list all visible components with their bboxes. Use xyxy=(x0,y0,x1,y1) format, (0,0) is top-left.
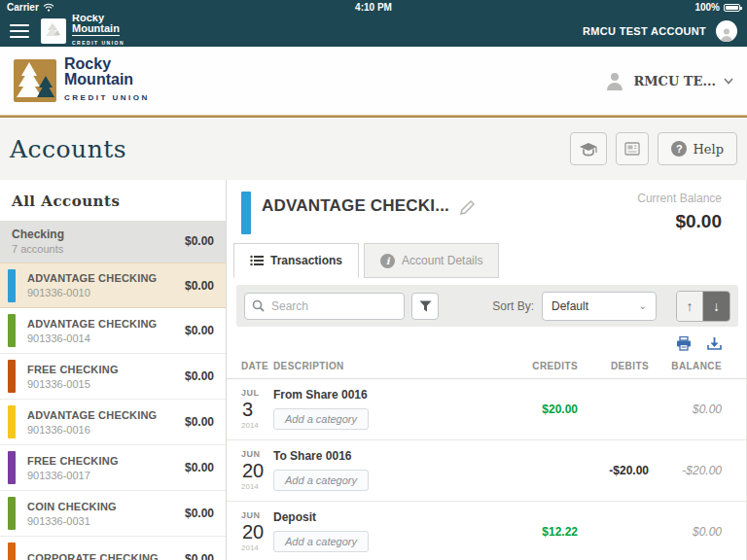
transaction-debit: -$20.00 xyxy=(578,464,649,477)
brand-logo-small[interactable] xyxy=(41,18,66,44)
tab-account-details-label: Account Details xyxy=(402,254,482,267)
top-nav: Rocky Mountain CREDIT UNION RMCU TEST AC… xyxy=(0,15,747,47)
current-balance-label: Current Balance xyxy=(637,192,722,205)
account-amount: $0.00 xyxy=(185,324,214,337)
sidebar-account-item[interactable]: ADVANTAGE CHECKING 901336-0016 $0.00 xyxy=(0,400,226,445)
current-balance-value: $0.00 xyxy=(637,211,722,232)
transaction-row[interactable]: JUN 20 2014 To Share 0016 Add a category… xyxy=(227,440,746,502)
col-header-date: DATE xyxy=(241,361,273,371)
status-bar: Carrier 4:10 PM 100% xyxy=(0,0,747,15)
sort-select[interactable]: Default ⌄ xyxy=(542,292,657,321)
group-amount: $0.00 xyxy=(185,234,214,248)
export-actions xyxy=(227,327,746,355)
account-color-bar xyxy=(8,405,16,438)
transaction-balance: $0.00 xyxy=(649,402,722,416)
banking-app: Carrier 4:10 PM 100% Rocky Mount xyxy=(0,0,747,560)
transaction-balance: $0.00 xyxy=(649,525,722,539)
sidebar-account-item[interactable]: COIN CHECKING 901336-0031 $0.00 xyxy=(0,491,226,537)
group-name: Checking xyxy=(12,228,64,241)
account-color-bar xyxy=(8,451,16,484)
education-button[interactable] xyxy=(570,132,607,165)
account-color-bar xyxy=(8,314,16,347)
search-icon xyxy=(252,299,265,312)
accounts-sidebar: All Accounts Checking 7 accounts $0.00 A… xyxy=(0,180,227,560)
account-name: ADVANTAGE CHECKING xyxy=(27,409,157,421)
transaction-row[interactable]: JUN 20 2014 Deposit Add a category $12.2… xyxy=(227,502,746,560)
col-header-balance: BALANCE xyxy=(649,361,722,371)
tab-transactions[interactable]: Transactions xyxy=(233,243,359,278)
account-number: 901336-0031 xyxy=(27,515,117,527)
account-group-header[interactable]: Checking 7 accounts $0.00 xyxy=(0,221,226,262)
account-amount: $0.00 xyxy=(185,415,214,429)
account-name: ADVANTAGE CHECKING xyxy=(27,272,157,284)
brand-logo[interactable]: Rocky Mountain CREDIT UNION xyxy=(14,56,150,106)
clock: 4:10 PM xyxy=(0,2,747,13)
print-icon[interactable] xyxy=(676,336,692,351)
sort-ascending-button[interactable]: ↑ xyxy=(677,292,703,321)
add-category-button[interactable]: Add a category xyxy=(273,408,369,430)
list-icon xyxy=(250,255,264,266)
sidebar-account-item[interactable]: ADVANTAGE CHECKING 901336-0010 $0.00 xyxy=(0,262,226,308)
account-color-bar xyxy=(241,192,251,234)
col-header-credits: CREDITS xyxy=(490,361,578,371)
page-title-bar: Accounts ? Help xyxy=(0,118,747,180)
tab-account-details[interactable]: i Account Details xyxy=(364,243,499,278)
account-title: ADVANTAGE CHECKI... xyxy=(262,196,449,216)
account-header: ADVANTAGE CHECKI... Current Balance $0.0… xyxy=(227,180,746,234)
account-color-bar xyxy=(8,497,16,530)
transactions-toolbar: Sort By: Default ⌄ ↑ ↓ xyxy=(236,285,738,327)
filter-button[interactable] xyxy=(411,293,439,320)
account-amount: $0.00 xyxy=(185,279,214,293)
account-amount: $0.00 xyxy=(185,461,214,474)
info-icon: i xyxy=(380,254,395,268)
account-name: ADVANTAGE CHECKING xyxy=(27,318,157,330)
transaction-row[interactable]: JUL 3 2014 From Share 0016 Add a categor… xyxy=(227,379,746,440)
hamburger-menu-icon[interactable] xyxy=(10,24,29,38)
tab-bar: Transactions i Account Details xyxy=(233,243,746,278)
sidebar-account-item[interactable]: CORPORATE CHECKING $0.00 xyxy=(0,537,226,560)
account-number: 901336-0016 xyxy=(27,424,157,436)
account-amount: $0.00 xyxy=(185,552,214,560)
sort-descending-button[interactable]: ↓ xyxy=(703,292,729,321)
account-name: FREE CHECKING xyxy=(27,455,119,467)
pine-tree-logo-icon xyxy=(14,59,56,102)
battery-icon xyxy=(724,4,740,12)
sidebar-account-item[interactable]: FREE CHECKING 901336-0015 $0.00 xyxy=(0,354,226,400)
account-color-bar xyxy=(8,542,16,560)
avatar[interactable] xyxy=(716,20,737,42)
transaction-date: JUN 20 2014 xyxy=(241,511,273,552)
account-amount: $0.00 xyxy=(185,507,214,520)
brand-wordmark: Rocky Mountain CREDIT UNION xyxy=(64,56,150,106)
tab-transactions-label: Transactions xyxy=(270,254,342,267)
sort-select-value: Default xyxy=(551,299,588,313)
account-number: 901336-0010 xyxy=(27,287,157,298)
user-menu[interactable]: RMCU TE... xyxy=(604,70,733,91)
add-category-button[interactable]: Add a category xyxy=(273,470,369,491)
user-menu-label: RMCU TE... xyxy=(633,74,716,88)
graduation-cap-icon xyxy=(579,142,598,157)
news-button[interactable] xyxy=(616,132,649,165)
account-amount: $0.00 xyxy=(185,369,214,383)
edit-pencil-icon[interactable] xyxy=(459,199,476,216)
account-detail-panel: ADVANTAGE CHECKI... Current Balance $0.0… xyxy=(227,180,747,560)
account-number: 901336-0015 xyxy=(27,378,119,390)
transaction-credit: $12.22 xyxy=(490,525,578,539)
account-name-label[interactable]: RMCU TEST ACCOUNT xyxy=(583,25,706,37)
download-icon[interactable] xyxy=(707,336,722,351)
page-title: Accounts xyxy=(10,135,126,163)
sidebar-account-item[interactable]: FREE CHECKING 901336-0017 $0.00 xyxy=(0,445,226,491)
transaction-description: To Share 0016 xyxy=(273,449,482,463)
account-number: 901336-0017 xyxy=(27,470,119,481)
select-chevron-icon: ⌄ xyxy=(639,300,647,311)
transaction-description: From Share 0016 xyxy=(273,388,482,402)
account-name: COIN CHECKING xyxy=(27,501,117,512)
transactions-table-header: DATE DESCRIPTION CREDITS DEBITS BALANCE xyxy=(227,355,746,379)
add-category-button[interactable]: Add a category xyxy=(273,531,369,552)
brand-wordmark-nav[interactable]: Rocky Mountain CREDIT UNION xyxy=(72,13,124,49)
search-input[interactable] xyxy=(244,293,405,320)
help-button[interactable]: ? Help xyxy=(658,132,737,165)
transactions-list: JUL 3 2014 From Share 0016 Add a categor… xyxy=(227,379,746,560)
help-button-label: Help xyxy=(693,142,724,157)
sidebar-account-item[interactable]: ADVANTAGE CHECKING 901336-0014 $0.00 xyxy=(0,308,226,354)
account-color-bar xyxy=(8,360,16,393)
